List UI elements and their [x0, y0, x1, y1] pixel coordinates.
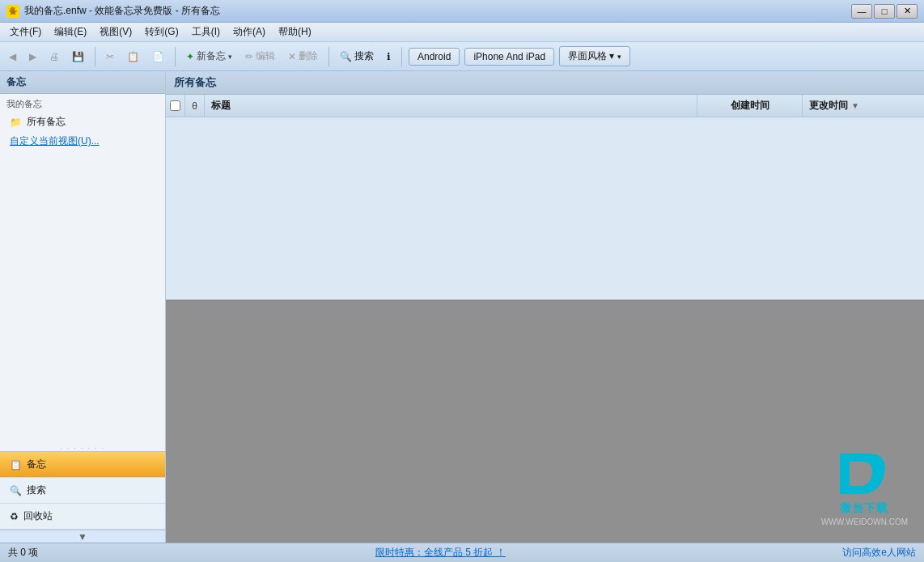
window-title: 我的备忘.enfw - 效能备忘录免费版 - 所有备忘: [24, 4, 220, 18]
status-bar: 共 0 项 限时特惠：全线产品 5 折起 ！ 访问高效e人网站: [0, 543, 924, 562]
android-label: Android: [417, 51, 451, 62]
table-body: [166, 117, 924, 300]
search-label: 搜索: [354, 49, 374, 63]
info-button[interactable]: ℹ: [381, 48, 396, 66]
website-link[interactable]: 访问高效e人网站: [842, 546, 916, 560]
th-title-label: 标题: [211, 99, 231, 113]
sort-icon[interactable]: ▼: [851, 101, 859, 110]
th-modified-label: 更改时间: [809, 99, 848, 113]
delete-icon: ✕: [288, 51, 296, 62]
edit-icon: ✏: [245, 51, 253, 62]
table-header: θ 标题 创建时间 更改时间 ▼: [166, 95, 924, 117]
search-bottom-label: 搜索: [27, 483, 46, 497]
th-modified[interactable]: 更改时间 ▼: [803, 95, 924, 117]
title-bar: 备 我的备忘.enfw - 效能备忘录免费版 - 所有备忘 — □ ✕: [0, 0, 924, 23]
menu-view[interactable]: 视图(V): [93, 23, 138, 40]
sidebar-item-search[interactable]: 🔍 搜索: [0, 478, 165, 504]
back-icon: ◀: [9, 51, 16, 62]
print-button[interactable]: 🖨: [44, 48, 65, 66]
close-button[interactable]: ✕: [896, 4, 918, 19]
watermark-text: 微当下载: [840, 501, 888, 516]
sidebar-header: 备忘: [0, 71, 165, 94]
paste-icon: 📄: [152, 51, 164, 62]
notes-bottom-label: 备忘: [27, 458, 46, 471]
delete-button[interactable]: ✕ 删除: [282, 46, 324, 66]
new-note-button[interactable]: ✦ 新备忘: [180, 46, 238, 66]
new-note-icon: ✦: [186, 51, 194, 62]
sidebar-spacer: [0, 151, 165, 445]
info-icon: ℹ: [387, 51, 391, 62]
theme-label: 界面风格 ▾: [568, 50, 614, 62]
search-icon: 🔍: [340, 51, 352, 62]
back-button[interactable]: ◀: [3, 48, 22, 66]
main-layout: 备忘 我的备忘 📁 所有备忘 自定义当前视图(U)... · · · · · ·…: [0, 71, 924, 543]
separator-3: [328, 47, 329, 66]
menu-goto[interactable]: 转到(G): [138, 23, 184, 40]
select-all-checkbox[interactable]: [170, 100, 180, 111]
notes-icon: 📋: [10, 459, 22, 470]
edit-label: 编辑: [256, 49, 275, 63]
chevron-down-icon: ▼: [78, 531, 87, 543]
th-created-label: 创建时间: [731, 99, 769, 113]
menu-file[interactable]: 文件(F): [3, 23, 48, 40]
custom-view-link[interactable]: 自定义当前视图(U)...: [0, 132, 165, 151]
separator-1: [95, 47, 95, 66]
window-controls: — □ ✕: [851, 4, 918, 19]
toolbar: ◀ ▶ 🖨 💾 ✂ 📋 📄 ✦ 新备忘 ✏ 编辑 ✕ 删除 🔍 搜索 ℹ And…: [0, 42, 924, 71]
search-bottom-icon: 🔍: [10, 485, 22, 496]
my-notes-label: 我的备忘: [0, 94, 165, 112]
folder-icon: 📁: [10, 117, 22, 128]
save-icon: 💾: [72, 51, 84, 62]
print-icon: 🖨: [49, 51, 59, 62]
sidebar-item-all-notes[interactable]: 📁 所有备忘: [0, 112, 165, 132]
num-col-icon: θ: [192, 100, 197, 112]
search-button[interactable]: 🔍 搜索: [334, 46, 379, 66]
sidebar-scroll-down[interactable]: ▼: [0, 530, 165, 543]
minimize-button[interactable]: —: [851, 4, 872, 19]
th-num: θ: [185, 95, 205, 117]
separator-4: [401, 47, 402, 66]
menu-action[interactable]: 动作(A): [227, 23, 272, 40]
android-tab[interactable]: Android: [409, 48, 460, 66]
cut-icon: ✂: [106, 51, 114, 62]
forward-button[interactable]: ▶: [23, 48, 42, 66]
watermark-logo: [832, 449, 896, 498]
content-table-area: θ 标题 创建时间 更改时间 ▼: [166, 95, 924, 300]
forward-icon: ▶: [29, 51, 36, 62]
separator-2: [175, 47, 176, 66]
copy-button[interactable]: 📋: [121, 48, 145, 66]
new-note-label: 新备忘: [197, 49, 226, 63]
menu-help[interactable]: 帮助(H): [272, 23, 318, 40]
save-button[interactable]: 💾: [66, 48, 90, 66]
watermark-url: WWW.WEIDOWN.COM: [821, 517, 908, 526]
th-checkbox: [166, 95, 185, 117]
preview-area: 微当下载 WWW.WEIDOWN.COM: [166, 300, 924, 543]
sidebar-bottom-items: 📋 备忘 🔍 搜索 ♻ 回收站: [0, 451, 165, 530]
th-title[interactable]: 标题: [205, 95, 697, 117]
iphone-label: iPhone And iPad: [473, 51, 545, 62]
sidebar-item-trash[interactable]: ♻ 回收站: [0, 504, 165, 530]
content-area: 所有备忘 θ 标题 创建时间 更改时间 ▼: [166, 71, 924, 543]
menu-bar: 文件(F) 编辑(E) 视图(V) 转到(G) 工具(I) 动作(A) 帮助(H…: [0, 23, 924, 42]
trash-icon: ♻: [10, 511, 19, 522]
edit-button[interactable]: ✏ 编辑: [239, 46, 281, 66]
content-header: 所有备忘: [166, 71, 924, 95]
cut-button[interactable]: ✂: [100, 48, 120, 66]
theme-button[interactable]: 界面风格 ▾: [559, 46, 630, 66]
copy-icon: 📋: [127, 51, 139, 62]
menu-edit[interactable]: 编辑(E): [48, 23, 93, 40]
item-count: 共 0 项: [8, 546, 38, 560]
th-created[interactable]: 创建时间: [697, 95, 803, 117]
paste-button[interactable]: 📄: [146, 48, 170, 66]
menu-tools[interactable]: 工具(I): [185, 23, 227, 40]
title-bar-left: 备 我的备忘.enfw - 效能备忘录免费版 - 所有备忘: [6, 4, 220, 18]
all-notes-label: 所有备忘: [27, 115, 66, 129]
iphone-tab[interactable]: iPhone And iPad: [464, 48, 554, 66]
sidebar-item-notes[interactable]: 📋 备忘: [0, 452, 165, 478]
watermark: 微当下载 WWW.WEIDOWN.COM: [821, 449, 908, 526]
promo-link[interactable]: 限时特惠：全线产品 5 折起 ！: [375, 546, 506, 560]
sidebar: 备忘 我的备忘 📁 所有备忘 自定义当前视图(U)... · · · · · ·…: [0, 71, 166, 543]
resize-handle[interactable]: · · · · · · ·: [0, 445, 165, 451]
maximize-button[interactable]: □: [874, 4, 895, 19]
app-icon: 备: [6, 5, 19, 18]
